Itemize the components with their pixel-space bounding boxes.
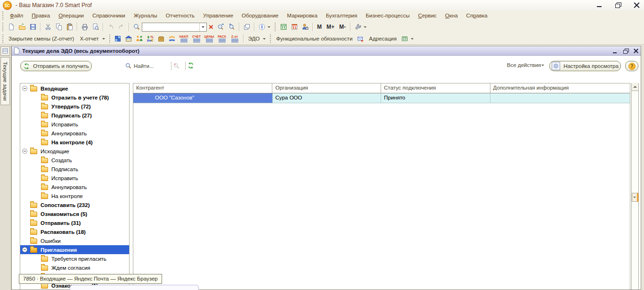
tree-item[interactable]: Исходящие — [20, 147, 129, 156]
cancel-search-button[interactable] — [173, 62, 180, 69]
menu-item-8[interactable]: Маркировка — [283, 11, 322, 20]
search-combobox[interactable] — [142, 23, 207, 32]
memory-m-button[interactable]: M — [315, 23, 324, 31]
calculator-button[interactable] — [278, 22, 289, 32]
close-shift-button[interactable]: Закрытие смены (Z-отчет) — [6, 35, 77, 42]
tree-item[interactable]: Требуется пригласить — [20, 254, 129, 263]
find-next-button[interactable] — [215, 22, 226, 32]
paste-button[interactable] — [64, 22, 75, 32]
menu-item-7[interactable]: Оборудование — [237, 11, 283, 20]
tree-item[interactable]: Исправить — [20, 120, 129, 129]
chevron-down-icon[interactable] — [268, 26, 270, 29]
menu-item-3[interactable]: Справочники — [88, 11, 130, 20]
cut-button[interactable] — [42, 22, 53, 32]
column-header[interactable]: Организация — [272, 83, 381, 93]
help-button[interactable]: ? — [625, 61, 638, 71]
new-document-button[interactable] — [6, 22, 16, 32]
tree-item[interactable]: Сопоставить (232) — [20, 200, 129, 209]
menu-item-9[interactable]: Бухгалтерия — [322, 11, 361, 20]
tree-item[interactable]: На контроле (4) — [20, 138, 129, 147]
chevron-down-icon[interactable] — [199, 23, 206, 31]
menu-item-4[interactable]: Журналы — [130, 11, 162, 20]
column-header[interactable]: Статус подключения — [381, 83, 490, 93]
scrollbar-thumb[interactable] — [632, 193, 638, 202]
chevron-down-icon[interactable] — [364, 26, 367, 29]
tree-item[interactable]: Аннулировать — [20, 129, 129, 138]
save-button[interactable] — [27, 22, 38, 32]
view-settings-button[interactable]: Настройка просмотра — [549, 61, 621, 71]
find-button[interactable] — [131, 22, 142, 32]
toolbar-overflow-icon[interactable] — [102, 38, 105, 41]
toolbar-grip[interactable] — [274, 23, 276, 31]
menu-item-10[interactable]: Бизнес-процессы — [361, 11, 414, 20]
copy-window-button[interactable] — [241, 22, 252, 32]
account-doc-button[interactable]: СЧЕТ — [190, 33, 203, 44]
send-receive-button[interactable]: Отправить и получить — [20, 61, 92, 71]
interface-blocks-button[interactable] — [113, 33, 123, 44]
tree-item[interactable]: Отразить в учете (78) — [20, 93, 129, 102]
tree-item[interactable]: Подписать (27) — [20, 111, 129, 120]
tree-item[interactable]: Входящие — [20, 84, 129, 93]
table-cell[interactable] — [490, 93, 630, 103]
tree-expander-icon[interactable] — [22, 149, 27, 154]
column-header[interactable]: Дополнительная информация — [490, 83, 630, 93]
warehouse-box-button[interactable] — [156, 33, 167, 44]
menu-item-1[interactable]: Правка — [27, 11, 54, 20]
find-previous-button[interactable] — [226, 22, 237, 32]
invoice-doc-button[interactable]: НАКЛ — [178, 33, 190, 44]
all-actions-button[interactable]: Все действия — [507, 62, 546, 68]
edo-window-title-bar[interactable]: Текущие дела ЭДО (весь документооборот) — [12, 46, 641, 56]
minimize-button[interactable] — [596, 2, 603, 8]
store-button[interactable] — [123, 33, 134, 44]
menu-item-0[interactable]: Файл — [6, 11, 27, 20]
tree-item[interactable]: Исправить — [20, 174, 129, 182]
memory-m-minus-button[interactable]: M- — [337, 23, 348, 31]
menu-item-2[interactable]: Операции — [54, 11, 88, 20]
chevron-down-icon[interactable] — [263, 38, 266, 41]
tree-item[interactable]: Ждем согласия — [20, 263, 129, 272]
tree-item[interactable]: Подписать — [20, 165, 129, 174]
chevron-down-icon[interactable] — [411, 38, 414, 41]
x-report-button[interactable]: X-отчет — [77, 35, 101, 42]
prices-doc-button[interactable]: ЦЕНЫ — [203, 33, 216, 44]
table-cell[interactable]: Принято — [381, 93, 490, 103]
mdi-minimize-button[interactable] — [612, 49, 618, 54]
mdi-close-button[interactable] — [633, 49, 639, 54]
print-button[interactable] — [79, 22, 90, 32]
tree-item[interactable]: Отправить (31) — [20, 218, 129, 227]
table-row[interactable]: ООО "Сазонов"Сура ОООПринято — [133, 93, 630, 103]
tree-item[interactable]: Ошибки — [20, 236, 129, 245]
toolbar-grip[interactable] — [2, 23, 4, 31]
info-button[interactable]: i — [256, 22, 267, 32]
open-button[interactable] — [16, 22, 27, 32]
tree-item[interactable]: Приглашения — [20, 245, 129, 254]
find-command[interactable]: Найти... — [125, 62, 154, 69]
z-report-doc-button[interactable]: Z-от — [228, 33, 241, 44]
currency-button[interactable]: $%Dm€ — [145, 33, 156, 44]
menu-item-12[interactable]: Окна — [441, 11, 462, 20]
functional-duties-button[interactable]: Функциональные обязанности — [273, 35, 355, 42]
tree-item[interactable]: Распаковать (18) — [20, 227, 129, 236]
current-tasks-tab[interactable]: Текущие задачи — [0, 57, 10, 105]
clear-search-button[interactable]: ✕ — [207, 24, 215, 31]
menu-item-6[interactable]: Управление — [199, 11, 237, 20]
tree-item[interactable]: Аннулировать — [20, 182, 129, 191]
redo-button[interactable] — [116, 22, 127, 32]
calendar-button[interactable]: 31 — [289, 22, 300, 32]
toolbar-grip[interactable] — [2, 34, 4, 43]
print-preview-button[interactable] — [90, 22, 101, 32]
vertical-scrollbar[interactable] — [631, 83, 639, 290]
addressing-table-icon[interactable] — [399, 33, 410, 44]
menu-item-13[interactable]: Справка — [462, 11, 492, 20]
tree-item[interactable]: Ознакомиться (5) — [20, 209, 129, 218]
menu-item-5[interactable]: Отчетность — [162, 11, 199, 20]
column-header[interactable]: Контрагент — [133, 83, 272, 93]
close-button[interactable] — [634, 2, 640, 8]
restore-button[interactable] — [615, 2, 621, 8]
service-panel-icon[interactable] — [0, 46, 10, 56]
undo-button[interactable] — [105, 22, 116, 32]
assignments-mail-icon[interactable] — [355, 33, 366, 44]
user-permissions-button[interactable] — [300, 22, 310, 32]
tree-item[interactable]: На контроле — [20, 191, 129, 200]
scroll-up-button[interactable] — [632, 83, 638, 91]
